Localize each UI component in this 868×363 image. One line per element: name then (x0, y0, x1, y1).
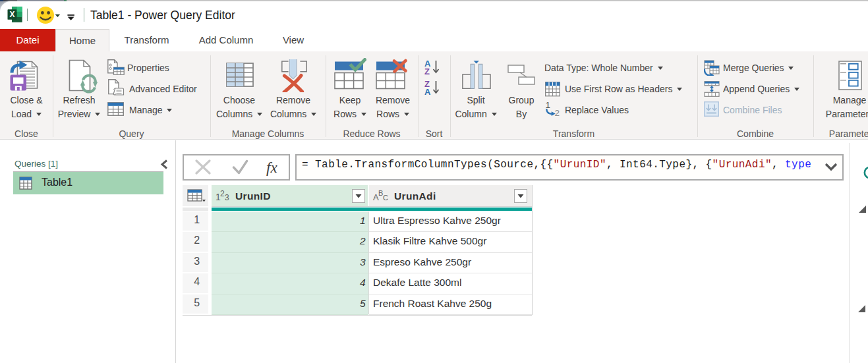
svg-text:2: 2 (555, 108, 560, 118)
svg-text:X: X (9, 10, 14, 19)
svg-text:fx: fx (266, 159, 277, 176)
svg-text:A: A (424, 87, 431, 96)
svg-text:Z: Z (424, 67, 430, 75)
